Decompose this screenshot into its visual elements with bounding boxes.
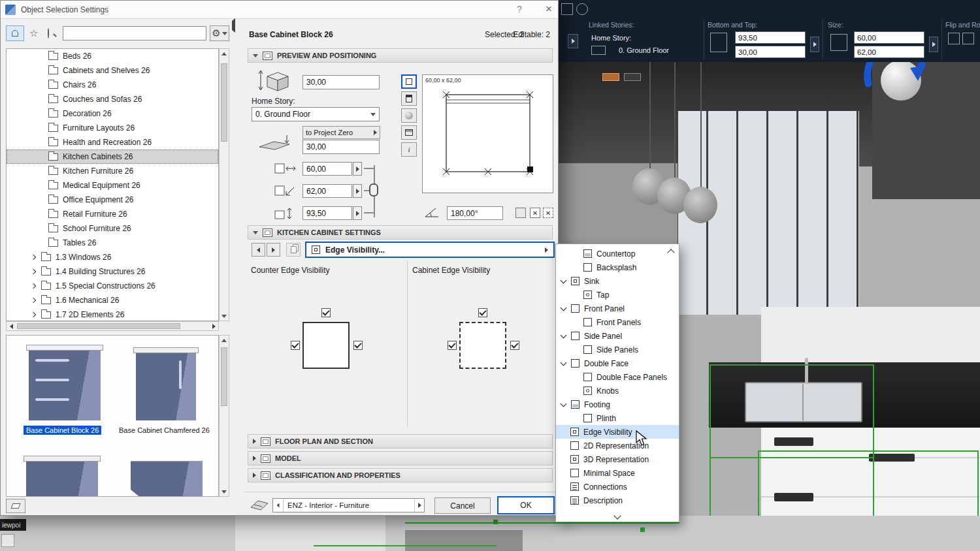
expand-chevron-icon[interactable] — [31, 283, 36, 289]
manage-items-button[interactable] — [6, 499, 25, 513]
tree-item[interactable]: Couches and Sofas 26 — [7, 92, 218, 106]
cabinet-preview-image-partial[interactable] — [131, 461, 203, 497]
menu-item[interactable]: Double Face Panels — [556, 370, 679, 384]
next-page-button[interactable] — [267, 243, 280, 257]
dialog-titlebar[interactable]: Object Selection Settings ? × — [1, 1, 558, 19]
counter-edge-top-checkbox[interactable] — [321, 308, 331, 317]
elevation-field[interactable]: 30,00 — [302, 140, 380, 154]
close-button[interactable]: × — [546, 3, 552, 16]
pet-palette-icon[interactable] — [602, 73, 619, 81]
expand-chevron-icon[interactable] — [31, 298, 36, 303]
section-kitchen-cabinet-settings[interactable]: KITCHEN CABINET SETTINGS — [248, 225, 553, 240]
cabinet-edge-top-checkbox[interactable] — [478, 308, 487, 317]
menu-item[interactable]: Front Panels — [556, 315, 679, 329]
tree-item[interactable]: 1.5 Special Constructions 26 — [7, 279, 218, 293]
preview-pane[interactable]: 60,00 x 62,00 — [422, 74, 553, 193]
tree-item[interactable]: Beds 26 — [7, 49, 218, 63]
menu-item[interactable]: 3D Representation — [556, 452, 679, 466]
favorites-star-icon[interactable] — [29, 27, 38, 39]
menu-item[interactable]: Knobs — [556, 384, 679, 398]
scroll-down-button[interactable] — [220, 311, 229, 321]
tree-item[interactable]: Kitchen Furniture 26 — [7, 164, 218, 178]
size-depth-field[interactable]: 62,00 — [854, 46, 924, 58]
cancel-button[interactable]: Cancel — [434, 497, 491, 514]
layer-dropdown[interactable]: ENZ - Interior - Furniture — [272, 498, 425, 512]
section-model[interactable]: MODEL — [248, 451, 553, 465]
mirror-toggle-icon[interactable] — [515, 208, 526, 218]
object-height-field[interactable]: 30,00 — [302, 75, 380, 89]
size-width-field[interactable]: 60,00 — [854, 31, 924, 44]
tree-item[interactable]: 1.6 Mechanical 26 — [7, 293, 218, 307]
counter-edge-left-checkbox[interactable] — [291, 341, 300, 350]
tree-item[interactable]: School Furniture 26 — [7, 221, 218, 236]
tree-item[interactable]: 1.3 Windows 26 — [7, 250, 218, 264]
help-button[interactable]: ? — [517, 4, 522, 14]
to-project-zero-button[interactable]: to Project Zero — [302, 126, 380, 139]
tree-item[interactable]: Retail Furniture 26 — [7, 207, 218, 221]
rotate-button[interactable] — [962, 33, 974, 44]
search-input[interactable] — [63, 26, 206, 40]
mirror-button[interactable] — [948, 33, 960, 44]
collapse-left-panel-button[interactable] — [232, 21, 235, 30]
expand-chevron-icon[interactable] — [31, 255, 36, 260]
section-floor-plan[interactable]: FLOOR PLAN AND SECTION — [248, 434, 553, 449]
menu-item[interactable]: Side Panel — [556, 329, 679, 343]
tree-item[interactable]: 1.7 2D Elements 26 — [7, 307, 218, 321]
tree-horizontal-scrollbar[interactable] — [6, 321, 219, 331]
size-spinner[interactable] — [929, 37, 938, 52]
width-field[interactable]: 60,00 — [302, 162, 352, 176]
cabinet-preview-image-partial[interactable] — [26, 461, 98, 497]
page-selector-dropdown[interactable]: Edge Visibility... — [305, 242, 555, 258]
menu-item[interactable]: Countertop — [556, 247, 679, 260]
hotspot-toggle-icon[interactable]: ✕ — [530, 208, 540, 218]
menu-scroll-up[interactable] — [666, 248, 676, 257]
section-preview-positioning[interactable]: PREVIEW AND POSITIONING — [248, 48, 553, 63]
depth-field[interactable]: 62,00 — [302, 184, 352, 198]
cabinet-edge-right-checkbox[interactable] — [510, 341, 519, 350]
cabinet-edge-left-checkbox[interactable] — [448, 341, 457, 350]
menu-item[interactable]: Side Panels — [556, 343, 679, 356]
width-spinner[interactable] — [353, 162, 362, 176]
tree-item[interactable]: Tables 26 — [7, 236, 218, 250]
expand-chevron-icon[interactable] — [31, 312, 36, 317]
depth-spinner[interactable] — [353, 184, 362, 198]
chain-link-icon[interactable] — [369, 183, 378, 197]
symbol-view-button[interactable] — [401, 74, 417, 89]
prev-page-button[interactable] — [252, 243, 265, 257]
menu-item[interactable]: Sink — [556, 274, 679, 288]
expand-chevron-icon[interactable] — [31, 269, 36, 274]
scroll-right-button[interactable] — [209, 322, 218, 331]
model-view-button[interactable] — [401, 108, 417, 123]
ok-button[interactable]: OK — [497, 496, 555, 514]
menu-item[interactable]: Minimal Space — [556, 466, 679, 480]
tree-item[interactable]: Cabinets and Shelves 26 — [7, 63, 218, 78]
scroll-up-button[interactable] — [220, 336, 229, 345]
elevation-spinner[interactable] — [810, 37, 819, 52]
menu-item[interactable]: 2D Representation — [556, 439, 679, 452]
menu-item[interactable]: Footing — [556, 398, 679, 411]
tree-item[interactable]: Medical Equipment 26 — [7, 178, 218, 193]
info-button[interactable]: i — [401, 142, 417, 157]
globe-icon[interactable] — [576, 3, 588, 15]
menu-item[interactable]: Description — [556, 494, 679, 507]
viewpoint-tab[interactable]: iewpoi — [0, 519, 26, 531]
scroll-left-button[interactable] — [7, 322, 16, 331]
pet-palette-icon2[interactable] — [624, 73, 641, 81]
scroll-up-button[interactable] — [220, 49, 229, 58]
home-story-value[interactable]: 0. Ground Floor — [619, 46, 669, 54]
height-field[interactable]: 93,50 — [302, 206, 352, 220]
tree-item[interactable]: Decoration 26 — [7, 106, 218, 121]
preview-picture-button[interactable] — [401, 125, 417, 140]
tree-item-selected[interactable]: Kitchen Cabinets 26 — [7, 150, 218, 164]
home-story-dropdown[interactable]: 0. Ground Floor — [252, 107, 380, 121]
tree-item[interactable]: Furniture Layouts 26 — [7, 121, 218, 135]
menu-item[interactable]: Connections — [556, 480, 679, 494]
angle-field[interactable]: 180,00° — [447, 206, 503, 220]
thumbnails-scrollbar[interactable] — [219, 335, 229, 497]
search-mode-button[interactable] — [6, 25, 24, 41]
copy-settings-button[interactable] — [286, 243, 301, 257]
tree-vertical-scrollbar[interactable] — [219, 48, 229, 321]
menu-item[interactable]: Front Panel — [556, 302, 679, 315]
menu-scroll-down[interactable] — [556, 511, 679, 520]
menu-item[interactable]: Backsplash — [556, 260, 679, 274]
